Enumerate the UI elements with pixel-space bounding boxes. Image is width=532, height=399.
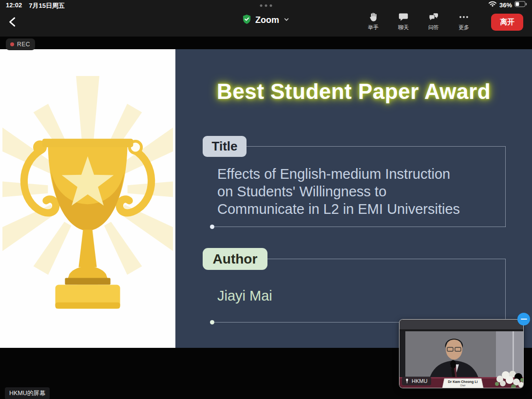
chevron-down-icon: [283, 16, 290, 25]
slide-content: Best Student Paper Award Title Effects o…: [175, 49, 532, 348]
recording-dot-icon: [10, 42, 14, 46]
recording-badge[interactable]: REC: [6, 38, 35, 50]
question-answer-icon: [428, 12, 439, 22]
minus-icon: [521, 319, 527, 320]
chat-bubble-icon: [398, 12, 409, 22]
title-box-dot: [210, 225, 214, 229]
title-box-top-line: [247, 146, 505, 147]
author-chip: Author: [203, 248, 267, 270]
raise-hand-button[interactable]: 举手: [364, 12, 382, 31]
pinned-participant-badge: HKMU: [402, 377, 431, 385]
name-card-line1: Dr Kam Cheong Li: [448, 380, 477, 384]
author-box-dot: [210, 320, 214, 324]
leave-button[interactable]: 离开: [491, 14, 523, 31]
recording-label: REC: [17, 41, 30, 48]
pin-icon: [404, 378, 410, 384]
qa-button[interactable]: 问答: [425, 12, 442, 31]
toolbar-actions: 举手 聊天 问答 更多 离开: [364, 12, 523, 31]
wifi-icon: [488, 1, 497, 9]
pinned-participant-name: HKMU: [412, 378, 427, 384]
top-bar: 12:02 7月15日周五 36%: [0, 0, 532, 37]
speaker-video-thumbnail[interactable]: Dr Kam Cheong Li Chair HKMU: [399, 319, 524, 388]
date: 7月15日周五: [29, 1, 65, 10]
trophy-illustration: [2, 76, 173, 320]
title-chip: Title: [203, 136, 247, 157]
more-button[interactable]: 更多: [455, 12, 473, 31]
chat-label: 聊天: [398, 24, 409, 31]
zoom-meeting-screen: 12:02 7月15日周五 36%: [0, 0, 532, 399]
qa-label: 问答: [428, 24, 439, 31]
author-name: Jiayi Mai: [217, 288, 272, 304]
paper-title-line: on Students' Willingness to: [217, 183, 497, 200]
raise-hand-label: 举手: [368, 24, 379, 31]
more-label: 更多: [458, 24, 469, 31]
raise-hand-icon: [368, 12, 379, 22]
status-left: 12:02 7月15日周五: [6, 1, 65, 10]
title-box-bottom-line: [212, 227, 506, 227]
slide-heading: Best Student Paper Award: [175, 79, 532, 104]
multitask-grabber-icon[interactable]: [260, 4, 272, 7]
meeting-title-dropdown[interactable]: Zoom: [242, 14, 290, 26]
chat-button[interactable]: 聊天: [395, 12, 412, 31]
battery-icon: [514, 1, 527, 9]
paper-title-line: Effects of English-medium Instruction: [217, 165, 497, 183]
more-ellipsis-icon: [458, 12, 469, 22]
title-box-right-line: [505, 146, 506, 227]
screen-share-banner: HKMU的屏幕: [5, 387, 50, 399]
clock: 12:02: [6, 1, 22, 10]
chevron-left-icon: [7, 16, 19, 28]
trophy-icon: [2, 76, 173, 320]
status-bar: 12:02 7月15日周五 36%: [0, 0, 532, 10]
paper-title-line: Communicate in L2 in EMI Universities: [217, 200, 497, 218]
shared-screen: Best Student Paper Award Title Effects o…: [0, 49, 532, 348]
paper-title: Effects of English-medium Instruction on…: [217, 165, 497, 218]
author-box-top-line: [267, 259, 505, 259]
app-title: Zoom: [255, 15, 279, 25]
minimize-thumbnail-button[interactable]: [517, 313, 530, 325]
status-right: 36%: [488, 1, 527, 9]
encryption-shield-icon: [242, 14, 251, 26]
back-button[interactable]: [5, 14, 21, 30]
name-card-line2: Chair: [460, 384, 466, 387]
battery-percent: 36%: [499, 1, 512, 9]
slide-left-panel: [0, 49, 175, 348]
